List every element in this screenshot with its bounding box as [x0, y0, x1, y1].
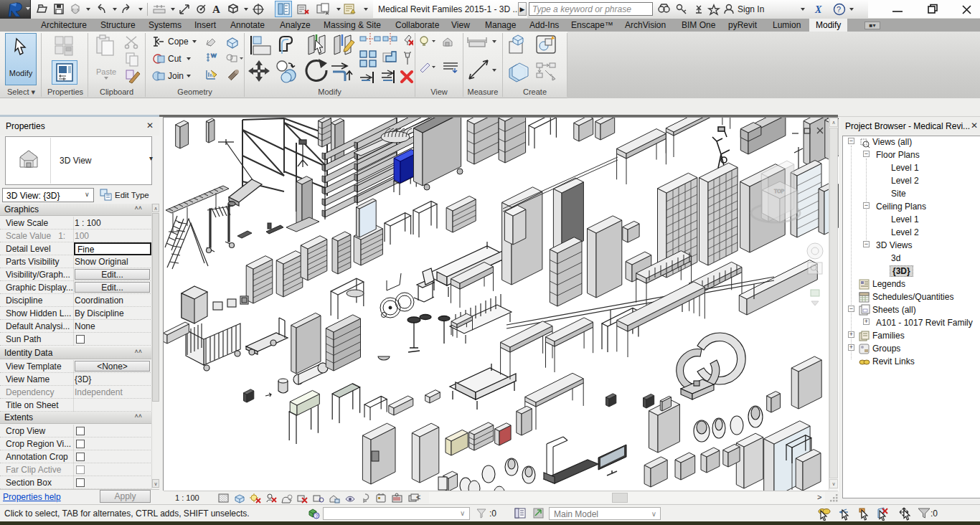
svg-text:?: ?	[316, 514, 319, 519]
svg-text:TOP: TOP	[774, 189, 785, 194]
svg-text:W: W	[211, 52, 217, 59]
svg-text:Cut: Cut	[168, 54, 182, 64]
svg-text:Sign In: Sign In	[738, 4, 764, 14]
svg-text:Join: Join	[168, 71, 184, 81]
svg-text:Cope: Cope	[168, 37, 189, 47]
svg-text:A: A	[212, 4, 220, 15]
svg-text:X: X	[814, 4, 822, 15]
svg-text:?: ?	[837, 5, 841, 14]
